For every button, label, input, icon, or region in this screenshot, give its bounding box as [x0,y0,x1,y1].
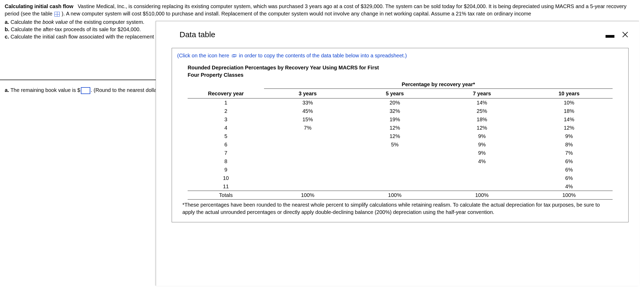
table-cell: 15% [264,115,351,124]
table-cell [351,174,438,182]
table-row: 106% [188,174,613,182]
book-value-input[interactable] [81,87,90,94]
table-cell: 45% [264,107,351,115]
table-cell [351,157,438,165]
answer-text: The remaining book value is $ [9,87,80,93]
table-row: 96% [188,165,613,174]
table-cell: 4% [525,182,613,191]
table-cell: 33% [264,98,351,107]
table-row: 512%9%9% [188,132,613,140]
col-header: 3 years [264,89,351,98]
table-cell: 5 [188,132,264,140]
copy-hint: (Click on the icon here in order to copy… [177,52,623,60]
answer-label: a. [5,87,9,93]
table-cell: 18% [438,115,525,124]
col-header: 10 years [525,89,613,98]
table-cell: 6% [525,165,613,174]
table-cell: 7% [264,124,351,132]
table-cell [438,174,525,182]
macrs-table-wrap: Percentage by recovery year* Recovery ye… [188,79,613,200]
table-cell: 18% [525,107,613,115]
col-header: 7 years [438,89,525,98]
table-cell: 5% [351,140,438,149]
table-cell: 3 [188,115,264,124]
table-cell [264,174,351,182]
table-row: 245%32%25%18% [188,107,613,115]
table-row: 315%19%18%14% [188,115,613,124]
table-cell: 12% [351,124,438,132]
table-link-icon[interactable] [54,12,60,16]
macrs-table: Recovery year 3 years 5 years 7 years 10… [188,89,613,200]
table-cell: 14% [525,115,613,124]
table-cell: 10% [525,98,613,107]
table-cell: 19% [351,115,438,124]
table-super-header: Percentage by recovery year* [264,81,613,89]
table-cell [264,140,351,149]
modal-header: Data table ▬ [156,21,639,45]
table-caption: Rounded Depreciation Percentages by Reco… [188,64,387,79]
table-cell: 11 [188,182,264,191]
table-cell: 1 [188,98,264,107]
modal-body: (Click on the icon here in order to copy… [172,48,629,222]
table-cell [264,165,351,174]
table-cell: 2 [188,107,264,115]
table-header-row: Recovery year 3 years 5 years 7 years 10… [188,89,613,98]
table-cell: 9% [438,132,525,140]
table-cell [438,182,525,191]
table-cell: 32% [351,107,438,115]
table-cell [351,149,438,157]
table-cell: 14% [438,98,525,107]
problem-body-2: ). A new computer system will cost $510,… [61,11,531,16]
table-cell: 7% [525,149,613,157]
table-cell: 9% [438,149,525,157]
table-cell [351,165,438,174]
table-cell: 6% [525,157,613,165]
table-row: 84%6% [188,157,613,165]
close-icon[interactable] [622,31,629,38]
table-footnote: *These percentages have been rounded to … [182,201,613,216]
problem-title: Calculating initial cash flow [5,3,73,9]
table-cell: 6% [525,174,613,182]
table-totals-row: Totals 100% 100% 100% 100% [188,191,613,199]
table-cell: 4 [188,124,264,132]
col-header: 5 years [351,89,438,98]
copy-to-spreadsheet-icon[interactable] [232,52,237,60]
table-cell [264,182,351,191]
round-note: . (Round to the nearest dollar.) [91,87,161,93]
table-cell [264,149,351,157]
table-cell [351,182,438,191]
table-cell: 20% [351,98,438,107]
table-cell: 8% [525,140,613,149]
table-cell: 9 [188,165,264,174]
table-cell [264,157,351,165]
table-row: 133%20%14%10% [188,98,613,107]
table-cell: 12% [351,132,438,140]
table-cell: 9% [438,140,525,149]
table-cell: 25% [438,107,525,115]
table-cell: 12% [438,124,525,132]
table-cell: 8 [188,157,264,165]
table-cell: 7 [188,149,264,157]
table-cell [438,165,525,174]
table-cell: 9% [525,132,613,140]
table-cell: 4% [438,157,525,165]
table-row: 79%7% [188,149,613,157]
table-cell: 6 [188,140,264,149]
table-cell [264,132,351,140]
table-row: 114% [188,182,613,191]
col-header: Recovery year [188,89,264,98]
data-table-modal: Data table ▬ (Click on the icon here in … [156,21,639,286]
table-row: 47%12%12%12% [188,124,613,132]
modal-title: Data table [180,29,215,40]
table-cell: 10 [188,174,264,182]
table-cell: 12% [525,124,613,132]
table-row: 65%9%8% [188,140,613,149]
